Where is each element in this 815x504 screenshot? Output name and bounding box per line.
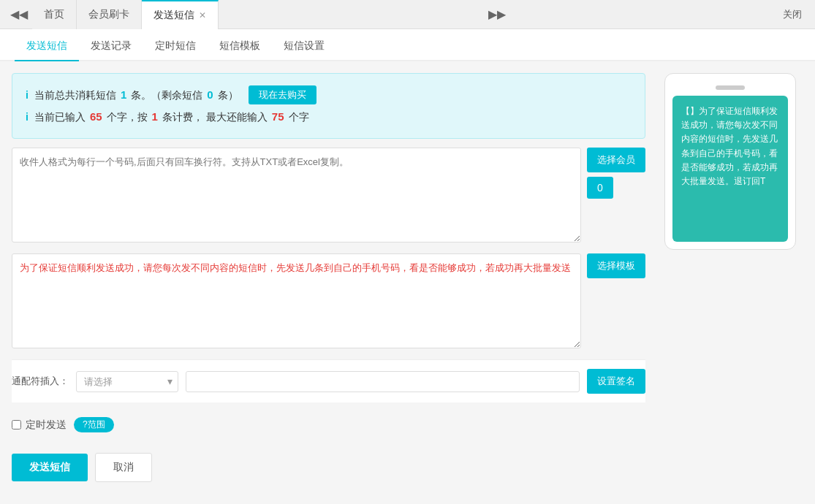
- close-tab-btn[interactable]: ✕: [199, 10, 206, 20]
- action-row: 发送短信 取消: [12, 447, 645, 488]
- content-input[interactable]: 为了保证短信顺利发送成功，请您每次发不同内容的短信时，先发送几条到自己的手机号码…: [12, 253, 581, 348]
- prev-tabs-btn[interactable]: ◀◀: [6, 0, 32, 29]
- recipient-input[interactable]: [12, 148, 581, 243]
- info-box: i 当前总共消耗短信 1 条。（剩余短信 0 条） 现在去购买 i 当前已输入 …: [12, 73, 645, 139]
- close-all-tabs-btn[interactable]: 关闭: [776, 8, 809, 21]
- recipient-section: 选择会员 0: [12, 148, 645, 245]
- set-signature-btn[interactable]: 设置签名: [587, 369, 645, 394]
- recipient-count-badge: 0: [587, 177, 613, 199]
- wildcard-row: 通配符插入： 请选择 设置签名: [12, 359, 645, 402]
- info-icon-1: i: [26, 85, 29, 105]
- tab-member-card[interactable]: 会员刷卡: [77, 0, 142, 29]
- info-row-2: i 当前已输入 65 个字，按 1 条计费， 最大还能输入 75 个字: [26, 106, 632, 128]
- left-panel: i 当前总共消耗短信 1 条。（剩余短信 0 条） 现在去购买 i 当前已输入 …: [12, 73, 645, 492]
- phone-screen: 【】为了保证短信顺利发送成功，请您每次发不同内容的短信时，先发送几条到自己的手机…: [672, 96, 788, 242]
- wildcard-text-input[interactable]: [186, 371, 580, 392]
- select-template-btn[interactable]: 选择模板: [587, 253, 645, 278]
- scope-btn[interactable]: ?范围: [74, 417, 114, 432]
- right-panel: 【】为了保证短信顺利发送成功，请您每次发不同内容的短信时，先发送几条到自己的手机…: [657, 73, 803, 492]
- wildcard-select-wrapper: 请选择: [76, 371, 178, 392]
- send-sms-btn[interactable]: 发送短信: [12, 454, 88, 481]
- tab-home[interactable]: 首页: [32, 0, 77, 29]
- cancel-btn[interactable]: 取消: [95, 453, 152, 482]
- content-wrapper: 为了保证短信顺利发送成功，请您每次发不同内容的短信时，先发送几条到自己的手机号码…: [12, 253, 581, 351]
- next-tabs-btn[interactable]: ▶▶: [484, 0, 510, 29]
- wildcard-label: 通配符插入：: [12, 375, 69, 388]
- sub-nav: 发送短信 发送记录 定时短信 短信模板 短信设置: [0, 29, 815, 61]
- schedule-checkbox[interactable]: [12, 420, 21, 429]
- subnav-sms-settings[interactable]: 短信设置: [272, 29, 336, 61]
- content-section: 为了保证短信顺利发送成功，请您每次发不同内容的短信时，先发送几条到自己的手机号码…: [12, 253, 645, 351]
- subnav-send-record[interactable]: 发送记录: [79, 29, 143, 61]
- phone-message: 【】为了保证短信顺利发送成功，请您每次发不同内容的短信时，先发送几条到自己的手机…: [681, 104, 779, 188]
- tab-send-sms[interactable]: 发送短信 ✕: [142, 0, 219, 29]
- subnav-timed-sms[interactable]: 定时短信: [143, 29, 208, 61]
- recipient-side-btns: 选择会员 0: [587, 148, 645, 245]
- info-row-1: i 当前总共消耗短信 1 条。（剩余短信 0 条） 现在去购买: [26, 84, 632, 106]
- content-side-btns: 选择模板: [587, 253, 645, 351]
- select-member-btn[interactable]: 选择会员: [587, 148, 645, 172]
- main-content: i 当前总共消耗短信 1 条。（剩余短信 0 条） 现在去购买 i 当前已输入 …: [0, 61, 815, 504]
- schedule-label[interactable]: 定时发送: [12, 419, 67, 432]
- buy-now-btn[interactable]: 现在去购买: [249, 85, 316, 104]
- recipient-wrapper: [12, 148, 581, 245]
- schedule-row: 定时发送 ?范围: [12, 411, 645, 438]
- wildcard-select[interactable]: 请选择: [76, 371, 178, 392]
- top-bar: ◀◀ 首页 会员刷卡 发送短信 ✕ ▶▶ 关闭: [0, 0, 815, 29]
- phone-speaker: [716, 85, 745, 90]
- subnav-sms-template[interactable]: 短信模板: [208, 29, 272, 61]
- subnav-send-sms[interactable]: 发送短信: [15, 29, 79, 61]
- info-icon-2: i: [26, 107, 29, 127]
- phone-mock: 【】为了保证短信顺利发送成功，请您每次发不同内容的短信时，先发送几条到自己的手机…: [664, 73, 796, 250]
